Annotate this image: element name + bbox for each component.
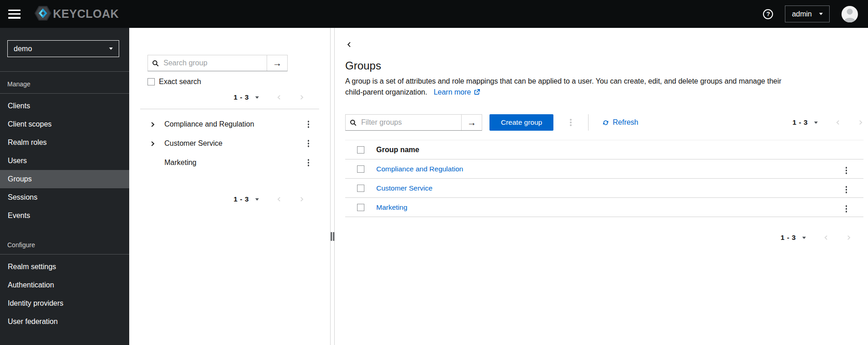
group-search-input-group: →: [147, 55, 288, 71]
kebab-menu-icon[interactable]: [305, 138, 312, 149]
pagination-range: 1 - 3: [780, 234, 796, 242]
table-pagination-top: 1 - 3: [792, 118, 863, 127]
table-row: Marketing: [345, 198, 863, 217]
search-submit-button[interactable]: →: [267, 55, 287, 71]
sidebar-item-groups[interactable]: Groups: [0, 170, 129, 188]
tree-item[interactable]: Marketing: [129, 153, 330, 172]
pagination-next-button[interactable]: [846, 235, 852, 240]
brand-text: KEYCLOAK: [53, 7, 119, 21]
kebab-menu-icon[interactable]: [305, 157, 312, 168]
sidebar-item-user-federation[interactable]: User federation: [0, 313, 129, 331]
tree-item-label: Marketing: [164, 159, 305, 167]
pagination-prev-button[interactable]: [276, 95, 282, 100]
sidebar-item-sessions[interactable]: Sessions: [0, 188, 129, 207]
realm-selector-block: demo: [0, 28, 129, 72]
kebab-menu-icon[interactable]: [843, 184, 850, 195]
kebab-menu-icon[interactable]: [843, 165, 850, 176]
tree-item-label: Compliance and Regulation: [164, 120, 305, 128]
username: admin: [792, 10, 812, 18]
divider: [0, 93, 129, 94]
filter-groups-input[interactable]: [360, 118, 457, 127]
group-search-input[interactable]: [163, 58, 263, 68]
pagination-range: 1 - 3: [233, 195, 249, 203]
divider: [140, 109, 319, 109]
sidebar-item-identity-providers[interactable]: Identity providers: [0, 294, 129, 313]
create-group-button[interactable]: Create group: [489, 114, 553, 131]
learn-more-link[interactable]: Learn more: [434, 88, 480, 96]
realm-selector[interactable]: demo: [7, 40, 119, 57]
drag-handle-icon[interactable]: [331, 232, 334, 241]
chevron-right-icon[interactable]: [150, 122, 157, 127]
panel-resize-gutter: [331, 28, 334, 345]
refresh-label: Refresh: [613, 118, 638, 127]
group-tree: Compliance and Regulation Customer Servi…: [129, 115, 330, 172]
keycloak-logo[interactable]: KEYCLOAK: [34, 5, 119, 23]
sidebar: demo Manage Clients Client scopes Realm …: [0, 28, 129, 345]
pagination-prev-button[interactable]: [835, 120, 841, 125]
table-row: Compliance and Regulation: [345, 159, 863, 179]
tree-pagination-bottom: 1 - 3: [129, 195, 305, 203]
groups-toolbar: → Create group Refresh 1 - 3: [345, 114, 863, 131]
toolbar-kebab-menu-icon[interactable]: [567, 117, 574, 128]
pagination-prev-button[interactable]: [823, 235, 829, 240]
filter-input-group: →: [345, 114, 482, 131]
refresh-icon: [602, 119, 609, 126]
pagination-next-button[interactable]: [858, 120, 863, 125]
row-checkbox[interactable]: [357, 185, 364, 192]
tree-pagination-top: 1 - 3: [129, 93, 305, 101]
pagination-menu-toggle[interactable]: 1 - 3: [233, 195, 259, 203]
page-description: A group is a set of attributes and role …: [345, 76, 863, 98]
kebab-menu-icon[interactable]: [843, 203, 850, 214]
refresh-button[interactable]: Refresh: [602, 118, 638, 127]
caret-down-icon: [255, 198, 259, 201]
table-header-row: Group name: [345, 140, 863, 159]
group-tree-panel: → Exact search 1 - 3: [129, 28, 331, 345]
pagination-next-button[interactable]: [299, 196, 305, 202]
sidebar-item-realm-settings[interactable]: Realm settings: [0, 258, 129, 276]
caret-down-icon: [802, 237, 806, 239]
nav-section-configure: Configure: [0, 241, 129, 249]
pagination-menu-toggle[interactable]: 1 - 3: [780, 234, 806, 242]
pagination-next-button[interactable]: [299, 95, 305, 100]
exact-search-label: Exact search: [159, 78, 201, 86]
sidebar-item-clients[interactable]: Clients: [0, 97, 129, 115]
help-icon[interactable]: ?: [763, 9, 773, 19]
row-checkbox[interactable]: [357, 165, 364, 173]
back-button[interactable]: [345, 41, 353, 48]
column-header-group-name: Group name: [376, 146, 419, 154]
divider: [0, 254, 129, 255]
kebab-menu-icon[interactable]: [305, 119, 312, 130]
group-name-link[interactable]: Marketing: [376, 203, 407, 212]
sidebar-item-client-scopes[interactable]: Client scopes: [0, 115, 129, 133]
sidebar-item-authentication[interactable]: Authentication: [0, 276, 129, 294]
select-all-checkbox[interactable]: [357, 146, 364, 154]
filter-submit-button[interactable]: →: [461, 115, 482, 130]
hamburger-menu-icon[interactable]: [8, 10, 21, 19]
nav-section-manage: Manage: [0, 80, 129, 88]
divider: [588, 114, 589, 131]
avatar[interactable]: [842, 6, 858, 22]
exact-search-checkbox[interactable]: [147, 78, 155, 85]
external-link-icon: [474, 89, 480, 95]
sidebar-item-events[interactable]: Events: [0, 207, 129, 225]
pagination-menu-toggle[interactable]: 1 - 3: [792, 118, 818, 127]
top-bar: KEYCLOAK ? admin: [0, 0, 868, 28]
group-name-link[interactable]: Customer Service: [376, 184, 432, 192]
pagination-menu-toggle[interactable]: 1 - 3: [233, 93, 259, 101]
group-name-link[interactable]: Compliance and Regulation: [376, 165, 463, 173]
row-checkbox[interactable]: [357, 204, 364, 211]
caret-down-icon: [255, 96, 259, 99]
realm-name: demo: [14, 45, 32, 53]
caret-down-icon: [814, 122, 818, 124]
sidebar-item-realm-roles[interactable]: Realm roles: [0, 133, 129, 152]
pagination-prev-button[interactable]: [276, 196, 282, 202]
chevron-right-icon[interactable]: [150, 141, 157, 147]
table-pagination-bottom: 1 - 3: [345, 234, 852, 242]
pagination-range: 1 - 3: [233, 93, 249, 101]
search-icon: [152, 60, 159, 67]
tree-item[interactable]: Customer Service: [129, 134, 330, 153]
tree-item-label: Customer Service: [164, 139, 305, 148]
tree-item[interactable]: Compliance and Regulation: [129, 115, 330, 134]
sidebar-item-users[interactable]: Users: [0, 152, 129, 170]
user-menu-dropdown[interactable]: admin: [785, 5, 830, 22]
